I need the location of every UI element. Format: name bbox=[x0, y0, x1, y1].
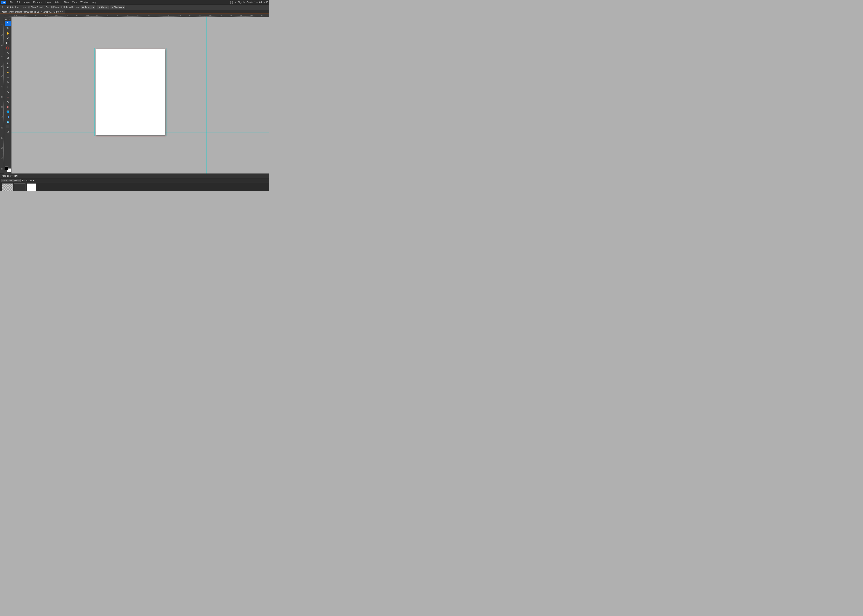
tool-magic-wand[interactable]: ✳ bbox=[5, 50, 11, 55]
lasso-icon: ⭕ bbox=[6, 46, 9, 49]
bin-actions-button[interactable]: Bin Actions ▾ bbox=[22, 179, 34, 182]
sign-in-button[interactable]: Sign In bbox=[238, 1, 245, 3]
show-bounding-box-option[interactable]: ✓ Show Bounding Box bbox=[28, 6, 49, 8]
bin-thumbnail-2[interactable] bbox=[14, 183, 25, 191]
project-bin-header: PROJECT BIN bbox=[0, 174, 269, 178]
auto-select-option[interactable]: ✓ Auto Select Layer bbox=[7, 6, 26, 8]
ruler-h-canvas bbox=[4, 14, 269, 17]
tool-eraser[interactable]: ▭ bbox=[5, 95, 11, 100]
menu-help[interactable]: Help bbox=[90, 1, 98, 4]
tool-smart-brush[interactable]: ▬ bbox=[5, 75, 11, 80]
tab-bar: Actual Invoice created on PSD.psd @ 16.7… bbox=[0, 10, 269, 14]
bin-thumbnail-1[interactable] bbox=[2, 183, 13, 191]
horizontal-ruler bbox=[4, 14, 269, 17]
crop-icon: ⧉ bbox=[7, 66, 9, 69]
foreground-color-swatch[interactable] bbox=[5, 166, 8, 170]
show-open-files-label: Show Open Files bbox=[2, 179, 18, 182]
distribute-button[interactable]: ≡ Distribute ▾ bbox=[110, 6, 125, 9]
toolbox-close-icon[interactable]: ✕ bbox=[9, 19, 11, 20]
tool-gradient[interactable]: ◑ bbox=[5, 115, 11, 119]
rect-marquee-icon bbox=[6, 42, 9, 44]
bin-thumbnail-3[interactable] bbox=[27, 183, 36, 191]
paint-bucket-icon: 🪣 bbox=[6, 110, 9, 113]
options-bar: ↖ ✓ Auto Select Layer ✓ Show Bounding Bo… bbox=[0, 5, 269, 10]
clone-icon: ⊙ bbox=[7, 91, 9, 94]
tool-type[interactable]: T bbox=[5, 60, 11, 65]
menu-bar: pse File Edit Image Enhance Layer Select… bbox=[0, 0, 269, 5]
tool-spot-healing[interactable]: ⚕ bbox=[5, 85, 11, 90]
grid-icon bbox=[230, 1, 233, 4]
tab-close-button[interactable]: ✕ bbox=[62, 11, 63, 13]
menu-view[interactable]: View bbox=[71, 1, 79, 4]
menu-edit[interactable]: Edit bbox=[15, 1, 22, 4]
arrange-label: Arrange bbox=[85, 6, 92, 8]
auto-select-checkbox[interactable]: ✓ bbox=[7, 6, 9, 8]
app-logo: pse bbox=[1, 1, 6, 4]
create-id-button[interactable]: Create New Adobe ID bbox=[247, 1, 268, 3]
arrange-arrow-icon: ▾ bbox=[93, 6, 94, 8]
tool-coords[interactable]: ⊞ bbox=[5, 129, 11, 134]
spot-healing-icon: ⚕ bbox=[7, 86, 9, 89]
tool-zoom[interactable]: 🔍 bbox=[5, 26, 11, 31]
guide-line-v2 bbox=[206, 17, 207, 173]
active-tab[interactable]: Actual Invoice created on PSD.psd @ 16.7… bbox=[0, 10, 65, 14]
vertical-ruler bbox=[0, 14, 4, 173]
toolbox-arrows-icon: ◂▸ bbox=[5, 19, 7, 20]
tool-hand[interactable]: ✋ bbox=[5, 31, 11, 36]
menu-select[interactable]: Select bbox=[53, 1, 62, 4]
align-arrow-icon: ▾ bbox=[106, 6, 107, 8]
tool-drop[interactable]: 💧 bbox=[5, 119, 11, 124]
show-highlight-checkbox[interactable]: ✓ bbox=[51, 6, 54, 8]
project-bin-title: PROJECT BIN bbox=[2, 175, 18, 177]
distribute-label: Distribute bbox=[114, 6, 123, 8]
menu-file[interactable]: File bbox=[8, 1, 14, 4]
menu-image[interactable]: Image bbox=[22, 1, 31, 4]
tab-modified: * bbox=[60, 11, 61, 13]
arrange-button[interactable]: ⊞ Arrange ▾ bbox=[81, 6, 95, 9]
tool-custom-shape[interactable]: ★ bbox=[5, 70, 11, 75]
project-bin-content bbox=[0, 183, 269, 191]
blur-icon: ⊙ bbox=[7, 101, 9, 104]
canvas-area[interactable] bbox=[4, 17, 269, 173]
menu-enhance[interactable]: Enhance bbox=[32, 1, 44, 4]
color-swatches[interactable] bbox=[5, 166, 11, 172]
show-open-files-dropdown[interactable]: Show Open Files ▾ bbox=[1, 179, 20, 182]
coords-icon: ⊞ bbox=[7, 130, 9, 133]
auto-select-label: Auto Select Layer bbox=[9, 6, 26, 8]
menu-layer[interactable]: Layer bbox=[44, 1, 53, 4]
align-button[interactable]: ⊟ Align ▾ bbox=[97, 6, 109, 9]
shape-icon: ⬛ bbox=[6, 125, 9, 128]
show-highlight-option[interactable]: ✓ Show Highlight on Rollover bbox=[51, 6, 79, 8]
checker-pattern bbox=[2, 184, 13, 191]
menu-window[interactable]: Window bbox=[79, 1, 90, 4]
smart-brush-icon: ▬ bbox=[7, 76, 9, 79]
tool-rect-marquee[interactable] bbox=[5, 41, 11, 46]
tool-blur[interactable]: ⊙ bbox=[5, 100, 11, 105]
zoom-icon: 🔍 bbox=[6, 27, 9, 30]
menu-filter[interactable]: Filter bbox=[63, 1, 70, 4]
tool-move[interactable]: ↖ bbox=[5, 21, 11, 26]
arrow-down-icon: ▾ bbox=[235, 1, 236, 4]
hand-icon: ✋ bbox=[6, 31, 9, 35]
custom-shape-icon: ★ bbox=[6, 71, 9, 74]
tool-eyedropper[interactable]: ✒ bbox=[5, 36, 11, 41]
tool-quick-selection[interactable]: ⊕ bbox=[5, 55, 11, 60]
tool-crop[interactable]: ⧉ bbox=[5, 65, 11, 70]
tool-dodge[interactable]: ⚙ bbox=[5, 105, 11, 110]
tool-red-eye[interactable]: 👁 bbox=[5, 80, 11, 85]
eyedropper-icon: ✒ bbox=[6, 36, 9, 40]
show-bounding-box-checkbox[interactable]: ✓ bbox=[28, 6, 30, 8]
tool-shape[interactable]: ⬛ bbox=[5, 124, 11, 129]
align-label: Align bbox=[101, 6, 106, 8]
tool-clone[interactable]: ⊙ bbox=[5, 90, 11, 95]
tool-paint-bucket[interactable]: 🪣 bbox=[5, 110, 11, 115]
tab-title: Actual Invoice created on PSD.psd @ 16.7… bbox=[2, 11, 59, 13]
ruler-corner bbox=[0, 14, 4, 17]
tool-lasso[interactable]: ⭕ bbox=[5, 46, 11, 50]
project-bin-toolbar: Show Open Files ▾ Bin Actions ▾ bbox=[0, 178, 269, 183]
white-thumbnail bbox=[27, 184, 36, 191]
quick-selection-icon: ⊕ bbox=[7, 56, 9, 59]
project-bin: PROJECT BIN Show Open Files ▾ Bin Action… bbox=[0, 173, 269, 191]
toolbox: ◂▸ ✕ ↖ 🔍 ✋ ✒ ⭕ ✳ ⊕ T ⧉ ★ ▬ bbox=[4, 17, 11, 173]
eraser-icon: ▭ bbox=[7, 96, 9, 99]
